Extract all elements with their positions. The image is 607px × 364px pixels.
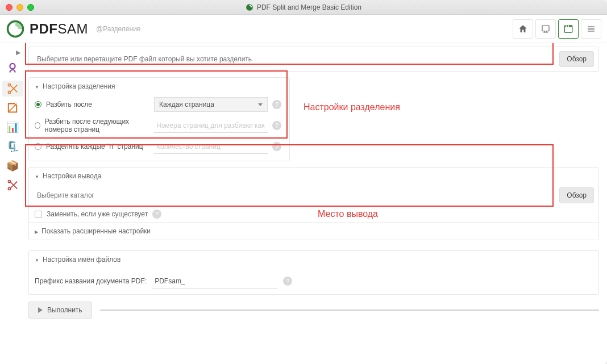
split-pages-radio[interactable]: Разбить после следующих номеров страниц: [35, 118, 154, 133]
output-settings-panel: Настройки вывода Обзор Заменить, если уж…: [28, 167, 599, 240]
help-icon[interactable]: ?: [272, 100, 281, 109]
progress-bar: [100, 309, 599, 311]
help-icon[interactable]: ?: [152, 210, 161, 219]
notifications-button[interactable]: [535, 19, 556, 39]
main-content: Обзор Настройка разделения Разбить после…: [25, 43, 607, 364]
svg-point-5: [568, 25, 569, 26]
run-button[interactable]: Выполнить: [28, 302, 92, 319]
sidebar-item-split-bookmark[interactable]: [2, 100, 23, 116]
logo-icon: [6, 19, 25, 39]
window-zoom-button[interactable]: [27, 4, 34, 11]
sidebar-collapse-button[interactable]: ▶: [5, 47, 20, 58]
svg-rect-1: [542, 26, 549, 31]
window-title: PDF Split and Merge Basic Edition: [257, 3, 361, 11]
output-dir-input[interactable]: [34, 187, 559, 204]
split-pages-label: Разбить после следующих номеров страниц: [45, 118, 154, 133]
split-after-select[interactable]: Каждая страница: [154, 97, 268, 112]
file-select-panel: Обзор: [28, 47, 599, 72]
prefix-label: Префикс названия документа PDF:: [35, 277, 147, 285]
window-minimize-button[interactable]: [16, 4, 23, 11]
split-after-label: Разбить после: [46, 101, 92, 108]
split-n-input[interactable]: [154, 139, 268, 154]
split-after-radio[interactable]: Разбить после: [35, 101, 154, 108]
split-pages-input[interactable]: [154, 118, 268, 133]
overwrite-checkbox[interactable]: [35, 211, 42, 218]
annotation-label-split: Настройки разделения: [304, 102, 400, 112]
overwrite-label: Заменить, если уже существует: [47, 210, 148, 218]
app-icon: [246, 3, 253, 11]
logo: PDFSAM @Разделение: [6, 19, 141, 39]
svg-point-4: [566, 25, 567, 26]
browse-dir-button[interactable]: Обзор: [559, 187, 594, 203]
svg-rect-2: [564, 26, 572, 32]
extract-icon: 🗜️: [6, 141, 19, 152]
news-button[interactable]: [558, 19, 579, 39]
rotate-icon: 📦: [6, 161, 19, 171]
browse-file-button[interactable]: Обзор: [559, 51, 594, 67]
sidebar-item-split-size[interactable]: 📊: [2, 119, 23, 135]
sidebar-item-split[interactable]: [2, 81, 23, 97]
filename-settings-header[interactable]: Настройка имён файлов: [29, 251, 598, 268]
sidebar-item-merge[interactable]: [2, 61, 23, 77]
run-row: Выполнить: [28, 302, 599, 319]
split-every-n-label: Разделять каждые "n" страниц: [46, 143, 143, 150]
sidebar-item-extract[interactable]: 🗜️: [2, 139, 23, 154]
split-settings-panel: Настройка разделения Разбить после Кажда…: [28, 77, 290, 161]
filename-settings-panel: Настройка имён файлов Префикс названия д…: [28, 250, 599, 295]
window-close-button[interactable]: [6, 4, 13, 11]
sidebar: ▶ 📊 🗜️ 📦: [0, 43, 25, 364]
split-size-icon: 📊: [6, 122, 19, 132]
menu-button[interactable]: [581, 19, 601, 39]
titlebar: PDF Split and Merge Basic Edition: [0, 0, 607, 15]
prefix-input[interactable]: [152, 274, 277, 288]
home-button[interactable]: [513, 19, 533, 39]
source-file-input[interactable]: [34, 51, 559, 68]
help-icon[interactable]: ?: [272, 142, 281, 151]
split-settings-header[interactable]: Настройка разделения: [29, 78, 289, 95]
help-icon[interactable]: ?: [283, 277, 292, 286]
topbar: PDFSAM @Разделение: [0, 15, 607, 43]
sidebar-item-rotate[interactable]: 📦: [2, 158, 23, 174]
breadcrumb: @Разделение: [96, 25, 141, 33]
sidebar-item-mix[interactable]: [2, 177, 23, 193]
help-icon[interactable]: ?: [272, 121, 281, 130]
output-settings-header[interactable]: Настройки вывода: [29, 168, 598, 185]
advanced-settings-toggle[interactable]: Показать расширенные настройки: [29, 222, 598, 240]
app-window: PDF Split and Merge Basic Edition PDFSAM…: [0, 0, 607, 364]
split-every-n-radio[interactable]: Разделять каждые "n" страниц: [35, 143, 154, 150]
